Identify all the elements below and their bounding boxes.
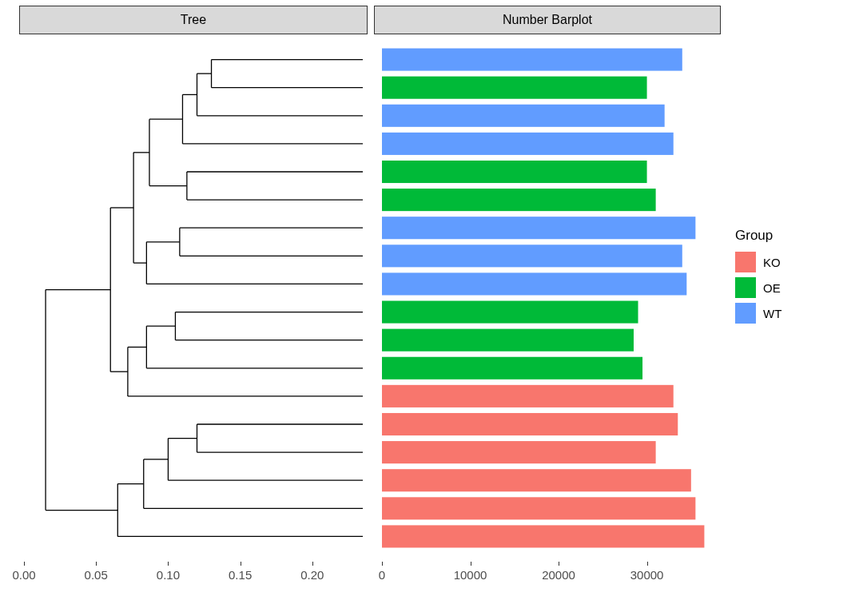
axis-tick bbox=[559, 562, 559, 566]
bar bbox=[382, 525, 704, 547]
axis-tick bbox=[24, 562, 25, 566]
axis-tick-label: 0.15 bbox=[229, 568, 252, 582]
bar bbox=[382, 441, 656, 463]
bar bbox=[382, 189, 656, 211]
bar bbox=[382, 217, 695, 239]
axis-tick-label: 20000 bbox=[542, 568, 575, 582]
legend-label: WT bbox=[763, 307, 781, 320]
bar bbox=[382, 385, 674, 407]
bar bbox=[382, 105, 665, 127]
legend-swatch bbox=[735, 303, 756, 324]
legend-swatch bbox=[735, 277, 756, 298]
legend-swatch bbox=[735, 252, 756, 272]
facet-strip-tree: Tree bbox=[19, 6, 368, 34]
bar-x-axis: 0100002000030000 bbox=[374, 562, 721, 602]
bar bbox=[382, 161, 647, 183]
axis-tick bbox=[96, 562, 97, 566]
legend-item: OE bbox=[735, 276, 781, 300]
legend-label: OE bbox=[763, 281, 781, 295]
legend-item: WT bbox=[735, 301, 781, 325]
bar bbox=[382, 329, 634, 352]
axis-tick-label: 0.20 bbox=[300, 568, 324, 582]
composite-chart: Tree Number Barplot 0.000.050.100.150.20… bbox=[0, 0, 863, 616]
legend-item: KO bbox=[735, 250, 781, 274]
axis-tick-label: 0.00 bbox=[12, 568, 35, 582]
legend-title: Group bbox=[735, 228, 781, 244]
legend-label: KO bbox=[763, 256, 781, 269]
tree-x-axis: 0.000.050.100.150.20 bbox=[19, 562, 368, 602]
bar bbox=[382, 77, 647, 99]
barplot-panel bbox=[374, 34, 721, 562]
bar bbox=[382, 133, 674, 155]
dendrogram-svg bbox=[19, 34, 368, 562]
facet-label-tree: Tree bbox=[181, 13, 206, 26]
bar bbox=[382, 469, 691, 491]
axis-tick bbox=[241, 562, 241, 566]
axis-tick-label: 10000 bbox=[454, 568, 487, 582]
axis-tick bbox=[647, 562, 648, 566]
axis-tick-label: 0.10 bbox=[157, 568, 180, 582]
bar bbox=[382, 244, 682, 267]
bar bbox=[382, 272, 686, 295]
bar bbox=[382, 497, 695, 519]
axis-tick-label: 0 bbox=[379, 568, 385, 582]
axis-tick bbox=[312, 562, 313, 566]
axis-tick bbox=[382, 562, 383, 566]
bar bbox=[382, 413, 678, 435]
bar bbox=[382, 301, 638, 324]
legend: Group KO OE WT bbox=[735, 228, 781, 327]
barplot-svg bbox=[374, 34, 721, 562]
facet-label-bar: Number Barplot bbox=[503, 13, 592, 26]
bar bbox=[382, 49, 682, 71]
axis-tick bbox=[168, 562, 169, 566]
dendrogram-panel bbox=[19, 34, 368, 562]
axis-tick bbox=[471, 562, 471, 566]
facet-strip-bar: Number Barplot bbox=[374, 6, 721, 34]
bar bbox=[382, 357, 642, 380]
axis-tick-label: 30000 bbox=[630, 568, 664, 582]
axis-tick-label: 0.05 bbox=[85, 568, 108, 582]
